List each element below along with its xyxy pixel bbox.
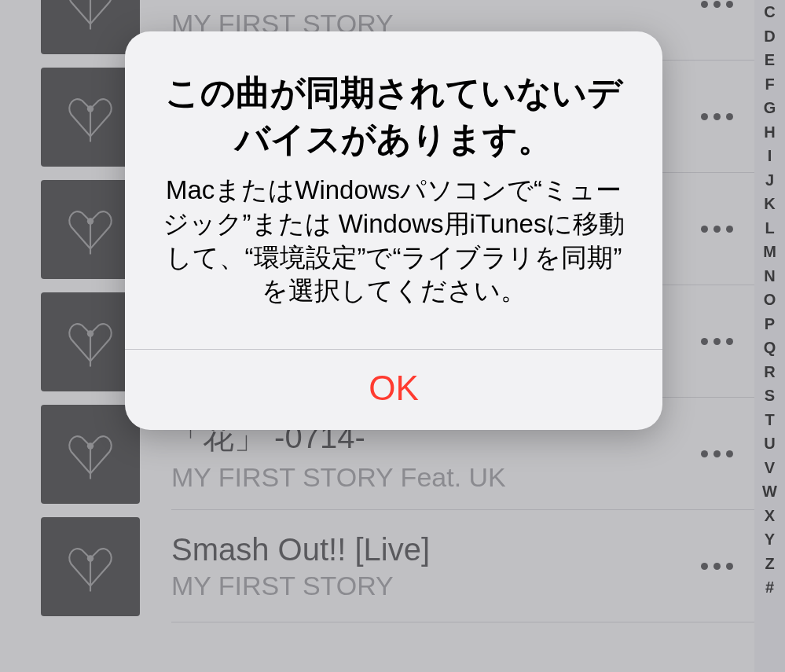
album-art xyxy=(41,0,140,54)
index-letter[interactable]: P xyxy=(754,312,785,336)
heart-icon xyxy=(63,0,118,32)
heart-icon xyxy=(63,202,118,257)
ellipsis-icon xyxy=(701,113,733,120)
index-letter[interactable]: H xyxy=(754,120,785,145)
svg-point-5 xyxy=(87,218,94,224)
heart-icon xyxy=(63,90,118,145)
index-letter[interactable]: T xyxy=(754,408,785,432)
alert-body: この曲が同期されていないデバイスがあります。 MacまたはWindowsパソコン… xyxy=(125,31,662,349)
song-text: Smash Out!! [Live] MY FIRST STORY xyxy=(140,532,688,601)
sync-alert-dialog: この曲が同期されていないデバイスがあります。 MacまたはWindowsパソコン… xyxy=(125,31,662,430)
index-letter[interactable]: Q xyxy=(754,336,785,360)
index-letter[interactable]: M xyxy=(754,240,785,264)
more-button[interactable] xyxy=(688,0,745,61)
index-letter[interactable]: O xyxy=(754,288,785,312)
index-letter[interactable]: N xyxy=(754,264,785,288)
index-letter[interactable]: U xyxy=(754,431,785,456)
index-letter[interactable]: C xyxy=(754,0,785,24)
album-art xyxy=(41,517,140,616)
row-divider xyxy=(171,622,754,622)
index-letter[interactable]: E xyxy=(754,48,785,72)
more-button[interactable] xyxy=(688,173,745,285)
song-artist: MY FIRST STORY xyxy=(171,571,688,601)
index-letter[interactable]: L xyxy=(754,216,785,241)
alphabet-index-bar[interactable]: C D E F G H I J K L M N O P Q R S T U V … xyxy=(754,0,785,672)
album-art xyxy=(41,405,140,504)
song-title: Smash Out!! [Live] xyxy=(171,532,688,567)
heart-icon xyxy=(63,427,118,482)
alert-message: MacまたはWindowsパソコンで“ミュージック”または Windows用iT… xyxy=(153,174,634,309)
ellipsis-icon xyxy=(701,450,733,457)
index-letter[interactable]: S xyxy=(754,384,785,408)
song-title: LET IT DIE xyxy=(171,0,688,6)
ellipsis-icon xyxy=(701,226,733,233)
ellipsis-icon xyxy=(701,1,733,8)
index-letter[interactable]: V xyxy=(754,456,785,480)
index-letter[interactable]: D xyxy=(754,24,785,49)
index-letter[interactable]: W xyxy=(754,479,785,504)
more-button[interactable] xyxy=(688,398,745,510)
svg-point-9 xyxy=(87,442,94,449)
heart-icon xyxy=(63,539,118,594)
index-letter[interactable]: F xyxy=(754,72,785,97)
index-letter[interactable]: G xyxy=(754,96,785,120)
index-letter[interactable]: # xyxy=(754,575,785,600)
svg-point-7 xyxy=(87,330,94,336)
index-letter[interactable]: J xyxy=(754,168,785,193)
index-letter[interactable]: K xyxy=(754,192,785,216)
more-button[interactable] xyxy=(688,61,745,173)
index-letter[interactable]: R xyxy=(754,360,785,384)
index-letter[interactable]: X xyxy=(754,504,785,528)
alert-title: この曲が同期されていないデバイスがあります。 xyxy=(153,69,634,163)
song-artist: MY FIRST STORY Feat. UK xyxy=(171,462,688,493)
svg-point-11 xyxy=(87,555,94,561)
index-letter[interactable]: I xyxy=(754,144,785,168)
heart-icon xyxy=(63,314,118,369)
index-letter[interactable]: Z xyxy=(754,552,785,576)
svg-point-3 xyxy=(87,105,94,112)
more-button[interactable] xyxy=(688,285,745,398)
alert-ok-button[interactable]: OK xyxy=(125,350,662,430)
more-button[interactable] xyxy=(688,510,745,622)
index-letter[interactable]: Y xyxy=(754,527,785,552)
ellipsis-icon xyxy=(701,338,733,345)
ellipsis-icon xyxy=(701,563,733,570)
song-row[interactable]: Smash Out!! [Live] MY FIRST STORY xyxy=(0,510,754,622)
